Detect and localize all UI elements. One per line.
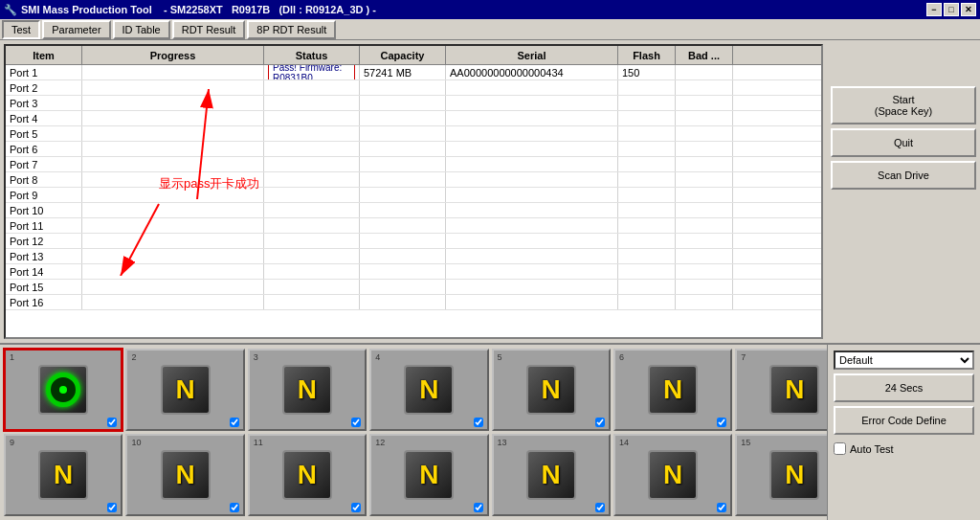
cell-capacity <box>360 157 446 171</box>
green-ring-icon <box>46 373 80 407</box>
n-drive-icon <box>648 365 698 415</box>
cell-bad <box>676 96 733 110</box>
mode-dropdown[interactable]: Default <box>834 350 974 370</box>
port-number-13: 13 <box>498 438 507 447</box>
cell-bad <box>676 295 733 309</box>
auto-test-checkbox[interactable] <box>834 442 846 455</box>
port-3-checkbox[interactable] <box>351 418 361 427</box>
cell-status <box>264 142 360 156</box>
auto-test-label: Auto Test <box>850 443 894 455</box>
port-14-checkbox[interactable] <box>717 503 726 512</box>
table-row: Port 4 <box>6 111 821 126</box>
port-1-checkbox[interactable] <box>107 418 117 427</box>
cell-item: Port 11 <box>6 218 82 233</box>
green-dot-icon <box>59 386 67 394</box>
port-12-checkbox[interactable] <box>474 503 483 512</box>
port-cell-4[interactable]: 4 <box>369 349 488 431</box>
port-number-1: 1 <box>10 352 14 362</box>
cell-item: Port 6 <box>6 142 82 156</box>
start-button[interactable]: Start(Space Key) <box>831 86 976 124</box>
cell-progress <box>82 188 264 202</box>
n-drive-icon <box>161 365 211 415</box>
cell-serial <box>446 111 618 125</box>
port-icon-3 <box>281 364 333 416</box>
cell-flash <box>618 203 676 217</box>
port-2-checkbox[interactable] <box>230 418 239 427</box>
n-drive-icon <box>769 365 819 415</box>
port-cell-11[interactable]: 11 <box>248 434 367 516</box>
port-10-checkbox[interactable] <box>230 503 239 512</box>
cell-capacity <box>360 264 446 279</box>
port-number-6: 6 <box>619 352 624 362</box>
port-cell-6[interactable]: 6 <box>613 349 732 431</box>
table-row: Port 5 <box>6 126 821 142</box>
port-number-14: 14 <box>619 438 629 447</box>
port-cell-1[interactable]: 1 <box>4 349 122 431</box>
cell-item: Port 5 <box>6 126 82 141</box>
cell-item: Port 10 <box>6 203 82 217</box>
title-text: SMI Mass Production Tool - SM2258XT R091… <box>21 4 926 15</box>
port-13-checkbox[interactable] <box>595 503 605 512</box>
port-cell-14[interactable]: 14 <box>613 434 732 516</box>
port-9-checkbox[interactable] <box>107 503 117 512</box>
cell-progress <box>82 80 264 95</box>
port-cell-9[interactable]: 9 <box>4 434 122 516</box>
tab-8p-rdt-result[interactable]: 8P RDT Result <box>247 20 336 39</box>
port-cell-5[interactable]: 5 <box>492 349 611 431</box>
cell-item: Port 4 <box>6 111 82 125</box>
cell-capacity <box>360 111 446 125</box>
port-cell-13[interactable]: 13 <box>492 434 611 516</box>
cell-bad <box>676 172 733 187</box>
cell-status <box>264 157 360 171</box>
port-6-checkbox[interactable] <box>717 418 726 427</box>
cell-bad <box>676 249 733 263</box>
table-row: Port 6 <box>6 142 821 157</box>
cell-progress <box>82 280 264 294</box>
cell-progress <box>82 249 264 263</box>
port-cell-10[interactable]: 10 <box>125 434 244 516</box>
port-icon-11 <box>281 449 333 501</box>
cell-capacity <box>360 218 446 233</box>
cell-flash <box>618 142 676 156</box>
tab-test[interactable]: Test <box>2 20 40 39</box>
active-drive-icon <box>38 365 88 415</box>
cell-bad <box>676 80 733 95</box>
port-cell-2[interactable]: 2 <box>125 349 244 431</box>
quit-button[interactable]: Quit <box>831 128 976 157</box>
table-row: Port 3 <box>6 96 821 111</box>
n-drive-icon <box>161 450 211 500</box>
secs-button[interactable]: 24 Secs <box>834 373 974 402</box>
cell-item: Port 3 <box>6 96 82 110</box>
table-body: Port 1 Pass! Firmware: R0831B0 57241 MB … <box>6 65 821 337</box>
cell-capacity <box>360 172 446 187</box>
port-cell-3[interactable]: 3 <box>248 349 367 431</box>
table-row: Port 11 <box>6 218 821 234</box>
cell-status <box>264 80 360 95</box>
tab-id-table[interactable]: ID Table <box>113 20 170 39</box>
close-button[interactable]: ✕ <box>961 3 976 16</box>
port-5-checkbox[interactable] <box>595 418 605 427</box>
n-drive-icon <box>282 365 332 415</box>
port-icon-14 <box>647 449 699 501</box>
port-4-checkbox[interactable] <box>474 418 483 427</box>
n-drive-icon <box>648 450 698 500</box>
minimize-button[interactable]: − <box>926 3 942 16</box>
port-cell-12[interactable]: 12 <box>369 434 488 516</box>
cell-bad <box>676 203 733 217</box>
auto-test-row: Auto Test <box>834 442 974 455</box>
cell-bad <box>676 111 733 125</box>
error-code-define-button[interactable]: Error Code Define <box>834 406 974 435</box>
cell-bad <box>676 264 733 279</box>
port-11-checkbox[interactable] <box>351 503 361 512</box>
table-row: Port 8 <box>6 172 821 188</box>
menu-bar: Test Parameter ID Table RDT Result 8P RD… <box>0 19 980 40</box>
cell-serial <box>446 188 618 202</box>
scan-drive-button[interactable]: Scan Drive <box>831 161 976 190</box>
cell-capacity <box>360 80 446 95</box>
port-number-11: 11 <box>254 438 263 447</box>
maximize-button[interactable]: □ <box>944 3 959 16</box>
tab-rdt-result[interactable]: RDT Result <box>172 20 246 39</box>
cell-progress <box>82 142 264 156</box>
cell-flash <box>618 295 676 309</box>
tab-parameter[interactable]: Parameter <box>42 20 110 39</box>
